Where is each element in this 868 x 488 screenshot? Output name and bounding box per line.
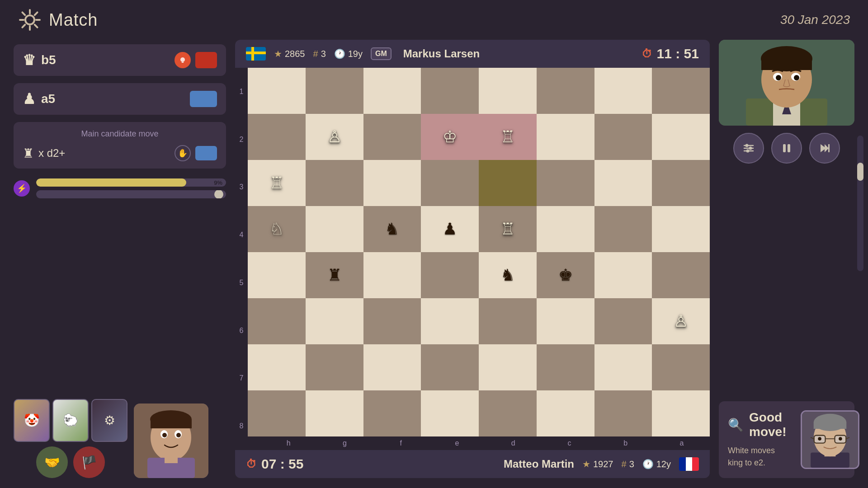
- board-cell[interactable]: [421, 344, 479, 390]
- board-cell[interactable]: [652, 160, 710, 206]
- board-cell[interactable]: ♙: [306, 114, 363, 160]
- board-cell[interactable]: [421, 390, 479, 436]
- chess-piece[interactable]: ♔: [443, 129, 457, 145]
- board-cell[interactable]: [363, 344, 421, 390]
- board-cell[interactable]: [537, 160, 594, 206]
- board-cell[interactable]: [306, 206, 363, 252]
- board-cell[interactable]: [537, 344, 594, 390]
- board-cell[interactable]: [594, 252, 652, 298]
- board-cell[interactable]: [594, 68, 652, 114]
- flag-red: [692, 457, 699, 471]
- board-cell[interactable]: [652, 252, 710, 298]
- move1-red-btn[interactable]: [195, 52, 217, 68]
- avatar-card-2[interactable]: 🐑: [52, 399, 89, 442]
- board-cell[interactable]: [652, 390, 710, 436]
- chess-piece[interactable]: ♖: [500, 221, 515, 237]
- board-cell[interactable]: [306, 298, 363, 344]
- board-cell[interactable]: [248, 344, 306, 390]
- chess-piece[interactable]: ♖: [500, 129, 515, 145]
- board-cell[interactable]: [594, 390, 652, 436]
- board-cell[interactable]: [306, 160, 363, 206]
- board-cell[interactable]: [479, 68, 537, 114]
- resign-button[interactable]: 🏴: [73, 446, 105, 478]
- chess-piece[interactable]: ♘: [269, 221, 284, 237]
- board-cell[interactable]: [306, 390, 363, 436]
- board-cell[interactable]: [306, 344, 363, 390]
- board-cell[interactable]: [363, 68, 421, 114]
- board-cell[interactable]: [537, 114, 594, 160]
- board-cell[interactable]: [248, 298, 306, 344]
- board-cell[interactable]: ♖: [248, 160, 306, 206]
- svg-point-31: [776, 75, 781, 80]
- board-cell[interactable]: [594, 206, 652, 252]
- board-cell[interactable]: [421, 252, 479, 298]
- board-cell[interactable]: [479, 298, 537, 344]
- clock-stat-icon-b: 🕐: [642, 459, 654, 469]
- pause-button[interactable]: [771, 133, 802, 164]
- avatar-card-3[interactable]: ⚙: [91, 399, 127, 442]
- board-cell[interactable]: ♟: [421, 206, 479, 252]
- candidate-blue-btn[interactable]: [195, 146, 217, 160]
- board-cell[interactable]: [652, 68, 710, 114]
- skip-button[interactable]: [809, 133, 840, 164]
- chess-piece[interactable]: ♜: [327, 267, 342, 283]
- board-cell[interactable]: ♞: [363, 206, 421, 252]
- board-cell[interactable]: [363, 390, 421, 436]
- settings-ctrl-button[interactable]: [733, 133, 764, 164]
- scrollbar-thumb[interactable]: [857, 163, 863, 181]
- board-cell[interactable]: [537, 206, 594, 252]
- chess-piece[interactable]: ♖: [269, 175, 284, 191]
- board-cell[interactable]: [537, 390, 594, 436]
- top-player-rank-value: 3: [321, 49, 326, 59]
- rank-icon-b: #: [622, 459, 627, 469]
- move2-blue-btn[interactable]: [190, 91, 217, 107]
- gear-icon[interactable]: [18, 8, 42, 32]
- move1-orange-btn[interactable]: [175, 52, 191, 68]
- board-cell[interactable]: [479, 344, 537, 390]
- board-cell[interactable]: ♔: [421, 114, 479, 160]
- board-cell[interactable]: ♙: [652, 298, 710, 344]
- board-cell[interactable]: [537, 298, 594, 344]
- board-cell[interactable]: [537, 68, 594, 114]
- chess-piece[interactable]: ♙: [327, 129, 342, 145]
- chess-piece[interactable]: ♞: [500, 267, 515, 283]
- board-cell[interactable]: [306, 68, 363, 114]
- board-cell[interactable]: ♚: [537, 252, 594, 298]
- board-cell[interactable]: ♖: [479, 114, 537, 160]
- board-cell[interactable]: [421, 68, 479, 114]
- board-cell[interactable]: [363, 298, 421, 344]
- board-cell[interactable]: ♜: [306, 252, 363, 298]
- chess-board[interactable]: ♙♔♖♖♘♞♟♖♜♞♚♙: [248, 68, 710, 436]
- candidate-hand-btn[interactable]: ✋: [175, 145, 191, 161]
- board-cell[interactable]: [479, 160, 537, 206]
- board-cell[interactable]: [594, 344, 652, 390]
- board-cell[interactable]: [652, 344, 710, 390]
- analyst-face-svg: [802, 410, 858, 469]
- handshake-button[interactable]: 🤝: [36, 446, 68, 478]
- board-cell[interactable]: [421, 298, 479, 344]
- board-cell[interactable]: [421, 160, 479, 206]
- board-cell[interactable]: [652, 114, 710, 160]
- board-cell[interactable]: ♞: [479, 252, 537, 298]
- board-cell[interactable]: [363, 114, 421, 160]
- board-cell[interactable]: ♖: [479, 206, 537, 252]
- svg-rect-43: [828, 144, 830, 152]
- board-cell[interactable]: [594, 114, 652, 160]
- chess-piece[interactable]: ♞: [385, 221, 399, 237]
- board-cell[interactable]: [363, 160, 421, 206]
- board-cell[interactable]: [363, 252, 421, 298]
- board-cell[interactable]: [248, 114, 306, 160]
- board-cell[interactable]: [248, 68, 306, 114]
- chess-piece[interactable]: ♙: [674, 313, 688, 329]
- avatar-card-1[interactable]: 🤡: [14, 399, 50, 442]
- board-cell[interactable]: [248, 252, 306, 298]
- board-cell[interactable]: ♘: [248, 206, 306, 252]
- board-cell[interactable]: [594, 160, 652, 206]
- board-cell[interactable]: [248, 390, 306, 436]
- chess-piece[interactable]: ♟: [443, 221, 457, 237]
- svg-line-5: [22, 12, 25, 15]
- chess-piece[interactable]: ♚: [558, 267, 573, 283]
- board-cell[interactable]: [594, 298, 652, 344]
- board-cell[interactable]: [652, 206, 710, 252]
- board-cell[interactable]: [479, 390, 537, 436]
